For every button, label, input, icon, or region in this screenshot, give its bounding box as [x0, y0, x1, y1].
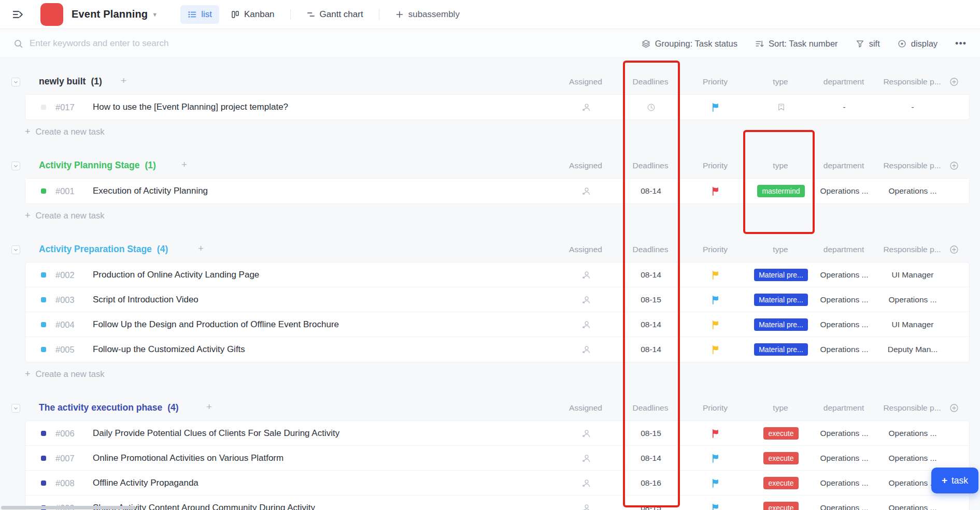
type-tag-icon[interactable] [745, 95, 817, 120]
task-title[interactable]: Execution of Activity Planning [93, 179, 208, 203]
group-title[interactable]: The activity execution phase(4) [39, 402, 179, 413]
add-task-to-group-icon[interactable]: + [181, 159, 187, 170]
create-task-button[interactable]: +Create a new task [0, 362, 980, 385]
deadline-value[interactable]: 08-15 [615, 421, 687, 446]
project-name[interactable]: Event Planning [72, 8, 148, 20]
type-badge[interactable]: Material pre... [754, 294, 808, 306]
deadline-value[interactable]: 08-14 [615, 446, 687, 471]
responsible-value[interactable]: Deputy Man... [876, 337, 949, 362]
column-header-responsible[interactable]: Responsible p... [876, 77, 948, 86]
group-title[interactable]: newly built(1) [39, 76, 102, 87]
priority-flag-icon[interactable] [679, 312, 752, 337]
task-row[interactable]: #017 How to use the [Event Planning] pro… [25, 95, 969, 120]
task-title[interactable]: Script of Introduction Video [93, 287, 198, 312]
department-value[interactable]: Operations ... [808, 287, 880, 312]
task-row[interactable]: #009 Share Activity Content Around Commu… [25, 496, 969, 510]
column-header-department[interactable]: department [807, 245, 880, 254]
add-task-to-group-icon[interactable]: + [121, 75, 126, 86]
priority-flag-icon[interactable] [679, 421, 752, 446]
assign-user-icon[interactable] [550, 446, 622, 471]
task-row[interactable]: #003 Script of Introduction Video 08-15 … [25, 287, 969, 312]
column-header-deadlines[interactable]: Deadlines [614, 161, 687, 170]
deadline-value[interactable]: 08-15 [615, 287, 687, 312]
responsible-value[interactable]: Operations ... [876, 496, 949, 510]
type-badge[interactable]: Material pre... [754, 343, 808, 356]
responsible-value[interactable]: Operations ... [876, 421, 949, 446]
column-header-deadlines[interactable]: Deadlines [614, 403, 687, 413]
priority-flag-icon[interactable] [679, 95, 752, 120]
responsible-value[interactable]: Operations ... [876, 446, 949, 471]
column-header-type[interactable]: type [744, 245, 817, 254]
collapse-group-icon[interactable] [11, 245, 20, 254]
priority-flag-icon[interactable] [679, 496, 752, 510]
add-column-icon[interactable] [949, 77, 959, 86]
department-value[interactable]: Operations ... [808, 496, 880, 510]
type-cell[interactable]: execute [745, 421, 817, 446]
collapse-group-icon[interactable] [11, 404, 20, 413]
task-title[interactable]: How to use the [Event Planning] project … [93, 95, 288, 120]
type-badge[interactable]: execute [763, 452, 798, 464]
deadline-value[interactable]: 08-16 [615, 471, 687, 496]
column-header-responsible[interactable]: Responsible p... [876, 161, 948, 170]
deadline-value[interactable]: 08-15 [615, 496, 687, 510]
add-column-icon[interactable] [949, 403, 959, 413]
responsible-value[interactable]: - [876, 95, 949, 120]
column-header-type[interactable]: type [744, 77, 817, 86]
column-header-priority[interactable]: Priority [679, 403, 751, 413]
column-header-type[interactable]: type [744, 161, 817, 170]
column-header-priority[interactable]: Priority [679, 77, 751, 86]
type-cell[interactable]: Material pre... [745, 312, 817, 337]
column-header-assigned[interactable]: Assigned [549, 77, 622, 86]
column-header-responsible[interactable]: Responsible p... [876, 403, 948, 413]
task-title[interactable]: Follow-up the Customized Activity Gifts [93, 337, 245, 362]
create-task-button[interactable]: +Create a new task [0, 120, 980, 143]
search-input[interactable]: Enter keywords and enter to search [13, 38, 642, 49]
task-title[interactable]: Online Promotional Activities on Various… [93, 446, 283, 471]
task-row[interactable]: #008 Offline Activity Propaganda 08-16 e… [25, 471, 969, 496]
deadline-value[interactable]: 08-14 [615, 312, 687, 337]
deadline-value[interactable]: 08-14 [615, 337, 687, 362]
department-value[interactable]: Operations ... [808, 263, 880, 287]
assign-user-icon[interactable] [550, 471, 622, 496]
type-badge[interactable]: Material pre... [754, 269, 808, 281]
column-header-responsible[interactable]: Responsible p... [876, 245, 948, 254]
add-view-button[interactable]: subassembly [388, 5, 467, 24]
department-value[interactable]: Operations ... [808, 312, 880, 337]
type-cell[interactable]: execute [745, 496, 817, 510]
type-badge[interactable]: mastermind [757, 185, 804, 197]
task-row[interactable]: #002 Production of Online Activity Landi… [25, 263, 969, 287]
priority-flag-icon[interactable] [679, 471, 752, 496]
priority-flag-icon[interactable] [679, 179, 752, 203]
sidebar-toggle-icon[interactable] [11, 8, 25, 21]
task-row[interactable]: #001 Execution of Activity Planning 08-1… [25, 179, 969, 203]
deadline-value[interactable]: 08-14 [615, 263, 687, 287]
column-header-priority[interactable]: Priority [679, 245, 751, 254]
assign-user-icon[interactable] [550, 95, 622, 120]
assign-user-icon[interactable] [550, 421, 622, 446]
responsible-value[interactable]: UI Manager [876, 312, 949, 337]
type-badge[interactable]: Material pre... [754, 318, 808, 331]
column-header-type[interactable]: type [744, 403, 817, 413]
new-task-button[interactable]: +task [931, 468, 978, 493]
priority-flag-icon[interactable] [679, 263, 752, 287]
collapse-group-icon[interactable] [11, 162, 20, 170]
type-badge[interactable]: execute [763, 427, 798, 440]
add-column-icon[interactable] [949, 161, 959, 170]
assign-user-icon[interactable] [550, 496, 622, 510]
priority-flag-icon[interactable] [679, 446, 752, 471]
column-header-priority[interactable]: Priority [679, 161, 751, 170]
department-value[interactable]: - [808, 95, 880, 120]
task-row[interactable]: #007 Online Promotional Activities on Va… [25, 446, 969, 471]
task-title[interactable]: Production of Online Activity Landing Pa… [93, 263, 259, 287]
type-cell[interactable]: Material pre... [745, 337, 817, 362]
column-header-assigned[interactable]: Assigned [549, 245, 622, 254]
task-title[interactable]: Daily Provide Potential Clues of Clients… [93, 421, 339, 446]
add-column-icon[interactable] [949, 245, 959, 254]
assign-user-icon[interactable] [550, 263, 622, 287]
column-header-department[interactable]: department [807, 77, 880, 86]
task-title[interactable]: Offline Activity Propaganda [93, 471, 198, 496]
add-task-to-group-icon[interactable]: + [198, 243, 204, 254]
column-header-department[interactable]: department [807, 403, 880, 413]
deadline-clock-icon[interactable] [615, 95, 687, 120]
assign-user-icon[interactable] [550, 179, 622, 203]
